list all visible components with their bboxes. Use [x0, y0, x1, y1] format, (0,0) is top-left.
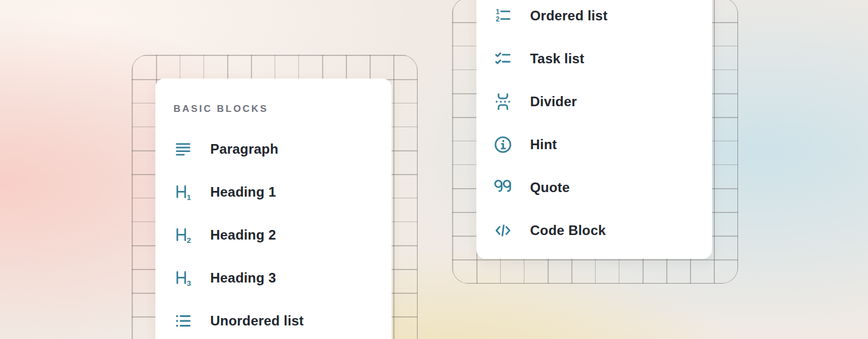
menu-item-label: Heading 3: [210, 270, 276, 286]
ordered-list-icon: 12: [493, 6, 513, 25]
menu-item-task-list[interactable]: Task list: [493, 37, 712, 80]
menu-item-label: Heading 2: [210, 227, 276, 243]
menu-item-label: Code Block: [530, 223, 606, 238]
menu-item-label: Heading 1: [210, 184, 276, 200]
menu-item-ordered-list[interactable]: 12 Ordered list: [493, 0, 712, 37]
svg-text:3: 3: [187, 279, 191, 288]
basic-blocks-menu-card: BASIC BLOCKS Paragraph 1 Heading 1 2 Hea…: [155, 79, 392, 339]
heading-2-icon: 2: [173, 225, 193, 245]
section-title: BASIC BLOCKS: [173, 104, 392, 114]
menu-item-code-block[interactable]: Code Block: [493, 209, 712, 252]
menu-item-label: Hint: [530, 137, 557, 153]
task-list-icon: [493, 49, 513, 68]
svg-text:2: 2: [496, 15, 500, 23]
svg-text:1: 1: [496, 8, 500, 16]
divider-icon: [493, 92, 513, 111]
hint-icon: [493, 135, 513, 154]
menu-item-label: Task list: [530, 51, 584, 67]
menu-item-divider[interactable]: Divider: [493, 80, 712, 123]
menu-item-label: Paragraph: [210, 141, 279, 157]
menu-item-label: Unordered list: [210, 313, 304, 329]
unordered-list-icon: [173, 311, 193, 331]
menu-item-heading-1[interactable]: 1 Heading 1: [173, 171, 392, 214]
menu-item-unordered-list[interactable]: Unordered list: [173, 299, 392, 339]
heading-1-icon: 1: [173, 182, 193, 202]
menu-item-heading-3[interactable]: 3 Heading 3: [173, 257, 392, 299]
paragraph-icon: [173, 140, 193, 159]
menu-item-quote[interactable]: Quote: [493, 166, 712, 209]
menu-item-label: Ordered list: [530, 8, 607, 24]
svg-text:2: 2: [187, 236, 191, 245]
code-block-icon: [493, 221, 513, 240]
menu-item-paragraph[interactable]: Paragraph: [173, 128, 392, 171]
menu-item-label: Divider: [530, 94, 577, 110]
blocks-menu-card-continued: 12 Ordered list Task list Divider: [476, 0, 712, 259]
heading-3-icon: 3: [173, 268, 193, 288]
quote-icon: [493, 178, 513, 197]
menu-item-hint[interactable]: Hint: [493, 123, 712, 166]
menu-item-heading-2[interactable]: 2 Heading 2: [173, 214, 392, 257]
svg-text:1: 1: [187, 193, 192, 202]
menu-item-label: Quote: [530, 180, 570, 195]
